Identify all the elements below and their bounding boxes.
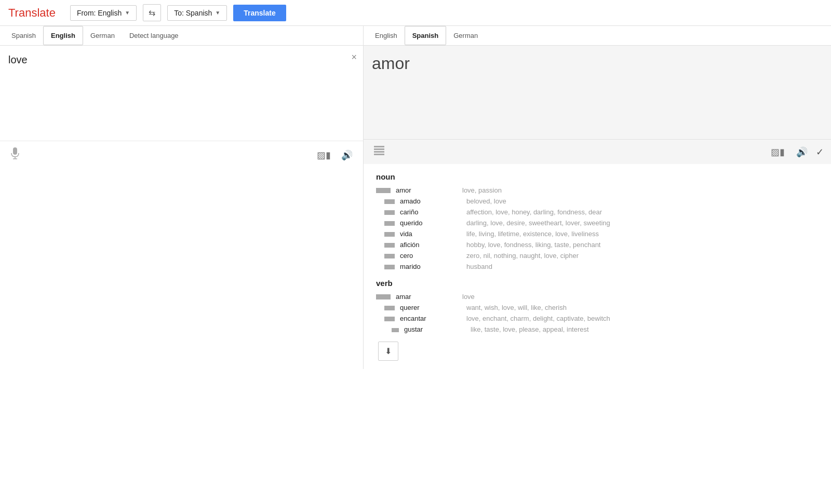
list-item: marido husband xyxy=(384,263,819,270)
dict-meanings: affection, love, honey, darling, fondnes… xyxy=(466,208,602,216)
dict-word[interactable]: querer xyxy=(400,304,462,311)
input-language-tabs: Spanish English German Detect language xyxy=(0,26,364,45)
dict-word[interactable]: afición xyxy=(400,241,462,249)
swap-languages-button[interactable]: ⇆ xyxy=(143,4,161,21)
input-toolbar: ▨​▮ 🔊 xyxy=(0,141,363,169)
bullet-icon xyxy=(384,317,395,321)
phrasebook-button[interactable] xyxy=(371,144,387,160)
tts-input-button[interactable]: 🔊 xyxy=(338,147,356,163)
output-tab-german[interactable]: German xyxy=(446,26,485,45)
output-translation-area: amor xyxy=(364,46,831,139)
input-tab-german[interactable]: German xyxy=(83,26,122,45)
bullet-icon xyxy=(384,306,395,310)
output-panel: amor ▨​▮ 🔊 ✓ xyxy=(364,46,831,369)
dict-word[interactable]: amar xyxy=(396,293,458,301)
list-item: encantar love, enchant, charm, delight, … xyxy=(384,315,819,322)
chevron-down-icon-2: ▼ xyxy=(215,10,220,16)
dict-meanings: life, living, lifetime, existence, love,… xyxy=(466,230,599,238)
check-icon: ✓ xyxy=(816,146,824,158)
from-language-label: From: English xyxy=(77,9,122,17)
list-item: querer want, wish, love, will, like, che… xyxy=(384,304,819,311)
dict-word[interactable]: cariño xyxy=(400,208,462,216)
dict-word[interactable]: marido xyxy=(400,263,462,270)
svg-rect-0 xyxy=(13,147,17,155)
bullet-icon xyxy=(376,188,391,193)
bullet-icon xyxy=(376,294,391,299)
dict-meanings: want, wish, love, will, like, cherish xyxy=(466,304,567,311)
source-text-input[interactable]: love xyxy=(0,46,363,139)
dict-meanings: beloved, love xyxy=(466,197,506,205)
output-tab-english[interactable]: English xyxy=(368,26,405,45)
input-panel: love × ▨​▮ 🔊 xyxy=(0,46,364,369)
dict-word[interactable]: gustar xyxy=(404,325,466,333)
to-language-label: To: Spanish xyxy=(174,9,212,17)
dict-word[interactable]: vida xyxy=(400,230,462,238)
input-tab-detect[interactable]: Detect language xyxy=(122,26,186,45)
dictionary-section: noun amor love, passion amado beloved, l… xyxy=(364,164,831,369)
swap-icon: ⇆ xyxy=(149,8,155,17)
translate-button[interactable]: Translate xyxy=(233,5,286,21)
svg-rect-5 xyxy=(374,151,384,153)
to-language-dropdown[interactable]: To: Spanish ▼ xyxy=(167,5,227,21)
verb-entries: amar love querer want, wish, love, will,… xyxy=(376,293,819,333)
dict-meanings: love, enchant, charm, delight, captivate… xyxy=(466,315,610,322)
feedback-icon: ▨​▮ xyxy=(317,150,331,160)
translated-text: amor xyxy=(372,54,823,73)
dict-meanings: zero, nil, nothing, naught, love, cipher xyxy=(466,252,579,260)
feedback-button[interactable]: ▨​▮ xyxy=(314,147,334,163)
input-tab-english[interactable]: English xyxy=(43,26,83,45)
clear-input-button[interactable]: × xyxy=(351,52,357,63)
feedback-output-button[interactable]: ▨​▮ xyxy=(768,144,788,160)
bullet-icon xyxy=(384,265,395,269)
dict-meanings: husband xyxy=(466,263,492,270)
dict-word[interactable]: encantar xyxy=(400,315,462,322)
svg-rect-6 xyxy=(374,154,384,155)
bullet-icon xyxy=(384,221,395,226)
dict-word[interactable]: querido xyxy=(400,219,462,227)
list-item: amar love xyxy=(376,293,819,301)
speaker-icon: 🔊 xyxy=(341,150,353,160)
from-language-dropdown[interactable]: From: English ▼ xyxy=(70,5,137,21)
download-icon: ⬇ xyxy=(385,347,392,356)
bullet-icon xyxy=(384,210,395,215)
language-tabs-row: Spanish English German Detect language E… xyxy=(0,26,831,46)
list-item: amor love, passion xyxy=(376,186,819,194)
dict-meanings: love, passion xyxy=(462,186,502,194)
dict-meanings: like, taste, love, please, appeal, inter… xyxy=(471,325,589,333)
bullet-icon xyxy=(384,232,395,237)
output-language-tabs: English Spanish German xyxy=(364,26,831,45)
microphone-button[interactable] xyxy=(7,145,23,165)
list-item: vida life, living, lifetime, existence, … xyxy=(384,230,819,238)
list-item: cero zero, nil, nothing, naught, love, c… xyxy=(384,252,819,260)
bullet-icon xyxy=(384,243,395,248)
svg-rect-3 xyxy=(374,146,384,147)
download-button-container: ⬇ xyxy=(378,342,819,361)
dict-word[interactable]: cero xyxy=(400,252,462,260)
bullet-icon xyxy=(384,254,395,258)
output-tab-spanish[interactable]: Spanish xyxy=(405,26,447,45)
list-item: querido darling, love, desire, sweethear… xyxy=(384,219,819,227)
download-button[interactable]: ⬇ xyxy=(378,342,398,361)
dict-word[interactable]: amado xyxy=(400,197,462,205)
input-tab-spanish[interactable]: Spanish xyxy=(4,26,43,45)
dict-word[interactable]: amor xyxy=(396,186,458,194)
pos-noun: noun xyxy=(376,172,819,181)
feedback-output-icon: ▨​▮ xyxy=(771,147,785,157)
bullet-icon xyxy=(384,199,395,204)
input-toolbar-right: ▨​▮ 🔊 xyxy=(314,147,356,163)
grid-icon xyxy=(374,147,384,157)
tts-output-button[interactable]: 🔊 xyxy=(793,144,811,160)
main-content: love × ▨​▮ 🔊 amor xyxy=(0,46,831,369)
svg-rect-4 xyxy=(374,148,384,150)
header: Translate From: English ▼ ⇆ To: Spanish … xyxy=(0,0,831,26)
list-item: amado beloved, love xyxy=(384,197,819,205)
list-item: afición hobby, love, fondness, liking, t… xyxy=(384,241,819,249)
chevron-down-icon: ▼ xyxy=(125,10,130,16)
speaker-output-icon: 🔊 xyxy=(796,147,808,157)
list-item: gustar like, taste, love, please, appeal… xyxy=(392,325,819,333)
list-item: cariño affection, love, honey, darling, … xyxy=(384,208,819,216)
bullet-icon xyxy=(392,328,399,332)
output-toolbar-right: ▨​▮ 🔊 ✓ xyxy=(768,144,824,160)
dict-meanings: darling, love, desire, sweetheart, lover… xyxy=(466,219,610,227)
pos-verb: verb xyxy=(376,279,819,288)
